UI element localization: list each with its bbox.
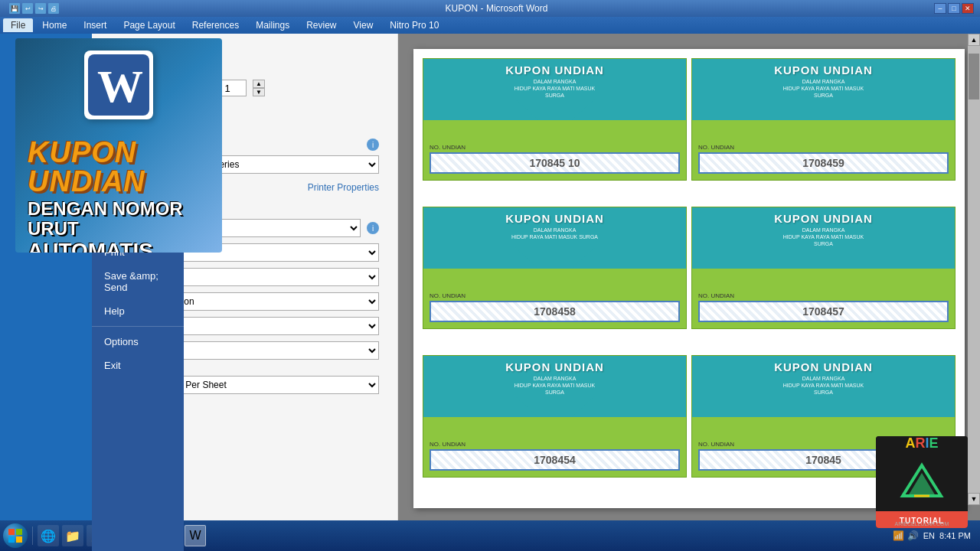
start-button[interactable] <box>3 523 28 548</box>
ribbon-bar: File Home Insert Page Layout References … <box>0 17 980 34</box>
kupon-triangle-2 <box>782 97 866 120</box>
tab-mailings[interactable]: Mailings <box>248 18 297 32</box>
quick-print-icon[interactable]: 🖨 <box>48 3 59 14</box>
kupon-body-2: NO. UNDIAN 1708459 <box>692 120 955 180</box>
kupon-card-5: KUPON UNDIAN DALAM RANGKAHIDUP KAYA RAYA… <box>423 355 687 478</box>
menu-help[interactable]: Help <box>92 299 184 323</box>
menu-save-send[interactable]: Save &amp; Send <box>92 264 184 299</box>
tray-icons: 📶 🔊 <box>893 530 919 541</box>
settings-info-icon[interactable]: i <box>367 222 379 234</box>
arie-top-stripe: ARIE <box>876 436 968 450</box>
kupon-number-1: 170845 10 <box>430 152 680 174</box>
svg-rect-8 <box>16 536 22 543</box>
tab-view[interactable]: View <box>346 18 381 32</box>
kupon-no-label-2: NO. UNDIAN <box>698 144 734 151</box>
kupon-body-5: NO. UNDIAN 1708454 <box>423 417 686 477</box>
arie-e: E <box>929 436 939 451</box>
tray-network-icon: 📶 <box>893 530 904 541</box>
kupon-main-title-4: KUPON UNDIAN <box>774 212 873 225</box>
taskbar-ie-icon[interactable]: 🌐 <box>38 525 59 546</box>
kupon-main-title-1: KUPON UNDIAN <box>505 64 604 77</box>
overlay-line1: KUPON UNDIAN <box>28 138 210 196</box>
tray-volume-icon: 🔊 <box>907 530 919 541</box>
kupon-triangle-4 <box>782 246 866 269</box>
tab-nitro[interactable]: Nitro Pro 10 <box>382 18 446 32</box>
kupon-number-4: 1708457 <box>698 301 949 322</box>
kupon-sub-4: DALAM RANGKAHIDUP KAYA RAYA MATI MASUKSU… <box>783 227 864 247</box>
kupon-main-title-2: KUPON UNDIAN <box>774 64 873 77</box>
copies-spinner: ▲ ▼ <box>253 80 265 96</box>
tab-page-layout[interactable]: Page Layout <box>116 18 182 32</box>
kupon-number-3: 1708458 <box>430 301 680 322</box>
kupon-sub-5: DALAM RANGKAHIDUP KAYA RAYA MATI MASUKSU… <box>514 375 595 396</box>
spinner-down[interactable]: ▼ <box>253 88 265 96</box>
arie-logo-area <box>899 450 945 511</box>
kupon-header-6: KUPON UNDIAN DALAM RANGKAHIDUP KAYA RAYA… <box>692 356 955 417</box>
kupon-card-4: KUPON UNDIAN DALAM RANGKAHIDUP KAYA RAYA… <box>691 207 956 329</box>
arie-logo-svg <box>899 461 945 500</box>
word-logo-svg: W <box>88 54 149 116</box>
overlay-thumbnail: W KUPON UNDIAN DENGAN NOMOR URUT AUTOMAT… <box>15 38 222 253</box>
kupon-header-5: KUPON UNDIAN DALAM RANGKAHIDUP KAYA RAYA… <box>423 356 686 417</box>
maximize-button[interactable]: □ <box>948 3 960 14</box>
tab-insert[interactable]: Insert <box>76 18 114 32</box>
kupon-triangle-5 <box>513 394 597 417</box>
kupon-card-3: KUPON UNDIAN DALAM RANGKAHIDUP RAYA MATI… <box>423 207 687 329</box>
system-tray: 📶 🔊 EN 8:41 PM <box>893 530 977 541</box>
kupon-no-label-5: NO. UNDIAN <box>430 441 466 448</box>
overlay-line3: AUTOMATIS <box>28 240 210 253</box>
kupon-title-block-6: KUPON UNDIAN DALAM RANGKAHIDUP KAYA RAYA… <box>692 356 955 396</box>
arie-r: R <box>915 436 925 451</box>
overlay-text-block: KUPON UNDIAN DENGAN NOMOR URUT AUTOMATIS <box>15 132 222 253</box>
svg-rect-7 <box>8 536 15 543</box>
windows-logo <box>8 528 23 543</box>
kupon-title-block-3: KUPON UNDIAN DALAM RANGKAHIDUP RAYA MATI… <box>423 207 686 240</box>
kupon-triangle-1 <box>513 97 597 120</box>
tab-home[interactable]: Home <box>34 18 74 32</box>
window-title: KUPON - Microsoft Word <box>59 3 934 14</box>
taskbar-word-icon[interactable]: W <box>185 525 206 546</box>
quick-redo-icon[interactable]: ↪ <box>35 3 46 14</box>
taskbar-folder-icon[interactable]: 📁 <box>62 525 83 546</box>
arie-a: A <box>905 436 915 451</box>
kupon-body-1: NO. UNDIAN 170845 10 <box>423 120 686 180</box>
tab-file[interactable]: File <box>3 18 33 32</box>
kupon-main-title-6: KUPON UNDIAN <box>774 360 873 373</box>
scroll-up-button[interactable]: ▲ <box>968 34 980 46</box>
menu-divider2 <box>92 326 184 327</box>
tab-references[interactable]: References <box>185 18 247 32</box>
kupon-card-2: KUPON UNDIAN DALAM RANGKAHIDUP KAYA RAYA… <box>691 58 956 181</box>
minimize-button[interactable]: – <box>934 3 946 14</box>
arie-domain: ARIECELLULAR.COM <box>876 521 968 527</box>
kupon-no-label-1: NO. UNDIAN <box>430 144 466 151</box>
kupon-no-label-3: NO. UNDIAN <box>430 292 466 299</box>
scroll-down-button[interactable]: ▼ <box>968 493 980 505</box>
kupon-title-block-2: KUPON UNDIAN DALAM RANGKAHIDUP KAYA RAYA… <box>692 59 955 99</box>
kupon-sub-3: DALAM RANGKAHIDUP RAYA MATI MASUK SURGA <box>511 227 598 240</box>
kupon-title-block-5: KUPON UNDIAN DALAM RANGKAHIDUP KAYA RAYA… <box>423 356 686 396</box>
svg-rect-5 <box>8 529 15 535</box>
quick-undo-icon[interactable]: ↩ <box>22 3 33 14</box>
close-button[interactable]: ✕ <box>962 3 974 14</box>
printer-info-icon[interactable]: i <box>367 139 379 151</box>
tab-review[interactable]: Review <box>299 18 344 32</box>
menu-options[interactable]: Options <box>92 330 184 354</box>
word-logo: W <box>84 51 153 119</box>
taskbar-sep1 <box>32 527 33 545</box>
window-controls: – □ ✕ <box>934 3 974 14</box>
kupon-no-label-4: NO. UNDIAN <box>698 292 734 299</box>
kupon-title-block-4: KUPON UNDIAN DALAM RANGKAHIDUP KAYA RAYA… <box>692 207 955 247</box>
kupon-header-3: KUPON UNDIAN DALAM RANGKAHIDUP RAYA MATI… <box>423 207 686 269</box>
kupon-main-title-3: KUPON UNDIAN <box>505 212 604 225</box>
title-bar: 💾 ↩ ↪ 🖨 KUPON - Microsoft Word – □ ✕ <box>0 0 980 17</box>
menu-exit[interactable]: Exit <box>92 354 184 377</box>
kupon-header-4: KUPON UNDIAN DALAM RANGKAHIDUP KAYA RAYA… <box>692 207 955 269</box>
spinner-up[interactable]: ▲ <box>253 80 265 88</box>
kupon-sub-2: DALAM RANGKAHIDUP KAYA RAYA MATI MASUKSU… <box>783 78 864 99</box>
main-content: 💾 Save 📄 Save As 📂 Open ✕ Close Info Rec… <box>92 34 980 551</box>
scroll-track <box>968 46 980 493</box>
scroll-thumb[interactable] <box>969 54 979 99</box>
quick-save-icon[interactable]: 💾 <box>9 3 20 14</box>
kupon-number-2: 1708459 <box>698 152 949 174</box>
kupon-no-label-6: NO. UNDIAN <box>698 441 734 448</box>
